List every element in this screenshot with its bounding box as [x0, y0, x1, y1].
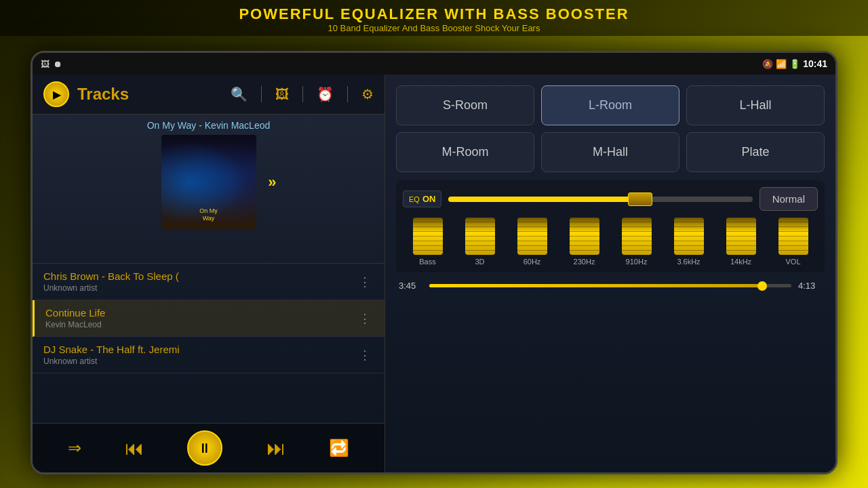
- divider-3: [347, 86, 348, 102]
- eq-band-slider[interactable]: [622, 218, 652, 255]
- now-playing-section: On My Way - Kevin MacLeod On My Way »: [33, 115, 384, 264]
- eq-band-label: 60Hz: [524, 258, 541, 266]
- progress-fill: [429, 284, 759, 287]
- wifi-icon: 📶: [776, 59, 787, 69]
- play-pause-button[interactable]: ⏸: [187, 430, 222, 466]
- album-art-inner: On My Way: [161, 135, 256, 230]
- next-button[interactable]: ⏭: [267, 437, 285, 460]
- track-info: Chris Brown - Back To Sleep ( Unknown ar…: [43, 270, 356, 293]
- track-list: Chris Brown - Back To Sleep ( Unknown ar…: [33, 264, 384, 423]
- device-frame: 🖼 ⏺ 🔕 📶 🔋 10:41 ▶ Tracks 🔍: [31, 51, 837, 474]
- status-time: 10:41: [803, 58, 827, 69]
- eq-band-slider[interactable]: [517, 218, 547, 255]
- banner-title: POWERFUL EQUALIZER WITH BASS BOOSTER: [0, 5, 868, 23]
- reverb-button-l-room[interactable]: L-Room: [541, 85, 679, 125]
- eq-band-3.6khz[interactable]: 3.6kHz: [674, 218, 704, 266]
- eq-band-60hz[interactable]: 60Hz: [517, 218, 547, 266]
- eq-top-row: EQ ON Normal: [403, 187, 818, 211]
- track-item[interactable]: Chris Brown - Back To Sleep ( Unknown ar…: [33, 264, 384, 300]
- eq-slider-thumb[interactable]: [628, 192, 652, 206]
- divider-1: [261, 86, 262, 102]
- forward-arrows[interactable]: »: [268, 174, 276, 191]
- eq-band-label: 14kHz: [730, 258, 751, 266]
- reverb-grid: S-RoomL-RoomL-HallM-RoomM-HallPlate: [396, 85, 825, 172]
- banner-subtitle: 10 Band Equalizer And Bass Booster Shock…: [0, 23, 868, 33]
- search-icon[interactable]: 🔍: [231, 86, 248, 102]
- repeat-button[interactable]: 🔁: [329, 439, 349, 458]
- track-item[interactable]: Continue Life Kevin MacLeod ⋮: [33, 300, 384, 337]
- play-icon-button[interactable]: ▶: [43, 81, 69, 107]
- track-artist: Kevin MacLeod: [45, 320, 356, 329]
- eq-band-label: VOL: [785, 258, 800, 266]
- eq-label: EQ: [409, 195, 420, 203]
- album-art: On My Way: [161, 135, 256, 230]
- track-menu-icon[interactable]: ⋮: [356, 345, 374, 365]
- track-info: Continue Life Kevin MacLeod: [45, 307, 356, 329]
- eq-band-slider[interactable]: [413, 218, 443, 255]
- track-name: DJ Snake - The Half ft. Jeremi: [43, 344, 356, 355]
- eq-slider-track[interactable]: [448, 197, 752, 202]
- mute-icon: 🔕: [762, 59, 773, 69]
- reverb-button-plate[interactable]: Plate: [686, 132, 825, 172]
- image-icon: 🖼: [41, 59, 50, 69]
- eq-band-slider[interactable]: [674, 218, 704, 255]
- prev-button[interactable]: ⏮: [125, 437, 144, 460]
- progress-thumb[interactable]: [757, 281, 767, 291]
- track-menu-icon[interactable]: ⋮: [356, 272, 374, 292]
- track-name: Chris Brown - Back To Sleep (: [43, 270, 356, 282]
- header-icons: 🔍 🖼 ⏰ ⚙: [231, 86, 374, 102]
- media-icon: ⏺: [54, 59, 62, 69]
- eq-band-label: Bass: [419, 258, 435, 266]
- eq-band-label: 3.6kHz: [677, 258, 700, 266]
- album-art-text: On My Way: [199, 207, 218, 223]
- eq-band-230hz[interactable]: 230Hz: [570, 218, 599, 266]
- left-panel: ▶ Tracks 🔍 🖼 ⏰ ⚙ On My Way - Kevin MacLe…: [33, 75, 385, 472]
- track-item[interactable]: DJ Snake - The Half ft. Jeremi Unknown a…: [33, 337, 384, 373]
- play-pause-icon: ⏸: [198, 441, 212, 456]
- reverb-button-s-room[interactable]: S-Room: [396, 85, 534, 125]
- eq-band-slider[interactable]: [778, 218, 808, 255]
- eq-band-label: 230Hz: [574, 258, 595, 266]
- eq-bands: Bass 3D 60Hz 230Hz 910Hz 3.6kHz 14kHz VO…: [403, 218, 818, 266]
- controls-row: ⇒ ⏮ ⏸ ⏭ 🔁: [46, 430, 371, 466]
- header-left: ▶ Tracks: [43, 81, 129, 107]
- eq-slider-container: [448, 197, 752, 202]
- top-banner: POWERFUL EQUALIZER WITH BASS BOOSTER 10 …: [0, 0, 868, 36]
- eq-band-910hz[interactable]: 910Hz: [622, 218, 652, 266]
- eq-band-3d[interactable]: 3D: [465, 218, 495, 266]
- eq-band-slider[interactable]: [570, 218, 599, 255]
- photo-icon[interactable]: 🖼: [275, 87, 289, 102]
- eq-band-14khz[interactable]: 14kHz: [726, 218, 756, 266]
- settings-icon[interactable]: ⚙: [361, 86, 374, 102]
- progress-track[interactable]: [429, 284, 791, 287]
- eq-section: EQ ON Normal Bass 3D 60: [396, 180, 825, 272]
- eq-on-badge[interactable]: EQ ON: [403, 190, 441, 207]
- reverb-button-m-room[interactable]: M-Room: [396, 132, 534, 172]
- track-artist: Unknown artist: [43, 357, 356, 366]
- now-playing-title: On My Way - Kevin MacLeod: [147, 120, 271, 131]
- progress-section: 3:45 4:13: [396, 281, 825, 291]
- current-time: 3:45: [399, 281, 422, 291]
- eq-band-slider[interactable]: [726, 218, 756, 255]
- battery-icon: 🔋: [789, 59, 800, 69]
- total-time: 4:13: [798, 281, 822, 291]
- shuffle-button[interactable]: ⇒: [68, 439, 81, 458]
- eq-band-label: 3D: [475, 258, 484, 266]
- status-left-icons: 🖼 ⏺: [41, 59, 62, 69]
- eq-band-label: 910Hz: [626, 258, 648, 266]
- eq-band-bass[interactable]: Bass: [413, 218, 443, 266]
- divider-2: [302, 86, 303, 102]
- eq-band-vol[interactable]: VOL: [778, 218, 808, 266]
- eq-on-status: ON: [422, 194, 436, 204]
- header-title: Tracks: [77, 85, 129, 104]
- alarm-icon[interactable]: ⏰: [317, 86, 334, 102]
- track-menu-icon[interactable]: ⋮: [356, 308, 374, 329]
- app-header: ▶ Tracks 🔍 🖼 ⏰ ⚙: [33, 75, 384, 115]
- eq-band-slider[interactable]: [465, 218, 495, 255]
- reverb-button-l-hall[interactable]: L-Hall: [686, 85, 825, 125]
- track-artist: Unknown artist: [43, 283, 356, 293]
- eq-preset-button[interactable]: Normal: [760, 187, 818, 211]
- status-bar: 🖼 ⏺ 🔕 📶 🔋 10:41: [33, 53, 835, 75]
- album-art-container: On My Way »: [161, 135, 256, 230]
- reverb-button-m-hall[interactable]: M-Hall: [541, 132, 679, 172]
